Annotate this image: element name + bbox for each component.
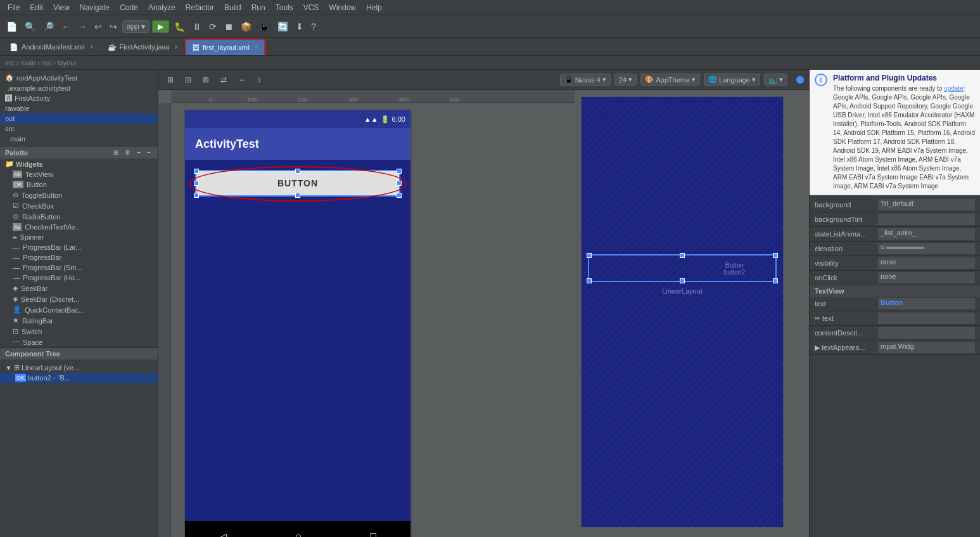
blueprint-view-btn[interactable]: ⊟: [181, 74, 195, 86]
menu-vcs[interactable]: VCS: [298, 3, 324, 12]
screen-icon: 📺: [768, 75, 777, 84]
palette-filter-btn[interactable]: −: [145, 148, 153, 157]
menu-code[interactable]: Code: [115, 3, 143, 12]
palette-switch[interactable]: ⊡ Switch: [0, 326, 158, 337]
sdk-manager-button[interactable]: 📦: [238, 20, 254, 33]
menu-tools[interactable]: Tools: [270, 3, 298, 12]
file-drawable[interactable]: rawable: [0, 103, 158, 113]
toolbar-back-button[interactable]: ←: [59, 20, 73, 33]
palette-textview[interactable]: Ab TextView: [0, 169, 158, 179]
orientation-btn[interactable]: ⇄: [217, 74, 231, 86]
prop-textappearance-value[interactable]: mpat.Widg: [878, 342, 975, 353]
app-config-dropdown[interactable]: app ▾: [122, 20, 150, 33]
tab-first-activity[interactable]: ☕ FirstActivity.java ×: [101, 39, 185, 55]
prop-text-edit-value[interactable]: [878, 313, 975, 324]
tab-android-manifest[interactable]: 📄 AndroidManifest.xml ×: [3, 39, 101, 55]
prop-visibility-value[interactable]: none: [878, 257, 975, 269]
padding-btn[interactable]: ↔: [234, 74, 250, 86]
device-dropdown[interactable]: 📱 Nexus 4 ▾: [560, 74, 611, 86]
menu-window[interactable]: Window: [324, 3, 361, 12]
gradle-sync-button[interactable]: ⟳: [207, 20, 219, 33]
palette-quickcontact[interactable]: 👤 QuickContactBac...: [0, 304, 158, 315]
palette-radiobutton[interactable]: ◎ RadioButton: [0, 211, 158, 222]
menu-navigate[interactable]: Navigate: [75, 3, 115, 12]
run-button[interactable]: ▶: [152, 20, 169, 33]
palette-progressbar-small[interactable]: — ProgressBar (Sm...: [0, 262, 158, 273]
palette-spinner[interactable]: ≡ Spinner: [0, 232, 158, 242]
tree-button2[interactable]: OK button2 - "B...: [0, 373, 158, 383]
prop-text-value[interactable]: Button: [878, 298, 975, 309]
home-nav-icon[interactable]: ○: [295, 531, 302, 537]
menu-view[interactable]: View: [48, 3, 75, 12]
file-example[interactable]: .example.activitytest: [0, 83, 158, 93]
stop-button[interactable]: ⏹: [222, 20, 236, 33]
palette-checkedtextview[interactable]: Av CheckedTextVie...: [0, 222, 158, 232]
toolbar-forward-button[interactable]: →: [75, 20, 89, 33]
menu-build[interactable]: Build: [219, 3, 246, 12]
linearlayout-second-label: LinearLayout: [662, 287, 703, 295]
palette-search-btn[interactable]: +: [135, 148, 143, 157]
notification-link[interactable]: update: [944, 85, 964, 92]
prop-onclick-value[interactable]: none: [878, 272, 975, 283]
back-nav-icon[interactable]: ◁: [219, 531, 227, 538]
file-main[interactable]: main: [0, 134, 158, 144]
menu-analyze[interactable]: Analyze: [143, 3, 181, 12]
attach-debugger-button[interactable]: ⏸: [190, 20, 204, 33]
palette-category-widgets[interactable]: 📁 Widgets: [0, 159, 158, 169]
prop-elevation-value[interactable]: ⌗: [878, 243, 975, 254]
language-dropdown[interactable]: 🌐 Language ▾: [704, 74, 760, 86]
palette-button[interactable]: OK Button: [0, 179, 158, 190]
palette-progressbar-large[interactable]: — ProgressBar (Lar...: [0, 242, 158, 252]
recents-nav-icon[interactable]: □: [370, 531, 376, 537]
palette-seekbar[interactable]: ◈ SeekBar: [0, 283, 158, 294]
project-root[interactable]: 🏠 roidApp\ActivityTest: [0, 72, 158, 83]
prop-contentdescri-value[interactable]: [878, 327, 975, 339]
phone-button[interactable]: BUTTON: [195, 170, 400, 197]
toolbar-open-button[interactable]: 🔍: [22, 20, 38, 33]
prop-backgroundtint-value[interactable]: [878, 214, 975, 225]
palette-expand-btn[interactable]: ⊞: [111, 148, 120, 157]
palette-ratingbar[interactable]: ★ RatingBar: [0, 315, 158, 326]
both-view-btn[interactable]: ⊠: [199, 74, 213, 86]
help-button[interactable]: ?: [309, 20, 319, 33]
design-view-btn[interactable]: ⊞: [163, 74, 177, 86]
tab-manifest-close[interactable]: ×: [90, 44, 94, 51]
file-first-activity[interactable]: 🅰 FirstActivity: [0, 93, 158, 103]
sync-button[interactable]: 🔄: [275, 20, 291, 33]
tab-activity-close[interactable]: ×: [174, 44, 178, 51]
debug-button[interactable]: 🐛: [172, 20, 188, 33]
palette-togglebutton[interactable]: ⊙ ToggleButton: [0, 190, 158, 200]
tab-layout-close[interactable]: ×: [254, 44, 258, 51]
download-button[interactable]: ⬇: [293, 20, 306, 33]
toolbar-redo-button[interactable]: ↪: [107, 20, 120, 33]
menu-help[interactable]: Help: [361, 3, 387, 12]
api-dropdown[interactable]: 24 ▾: [614, 74, 637, 86]
tab-first-layout[interactable]: 🖼 first_layout.xml ×: [185, 39, 265, 55]
toolbar-search-button[interactable]: 🔎: [41, 20, 56, 33]
menu-refactor[interactable]: Refactor: [181, 3, 219, 12]
toolbar-undo-button[interactable]: ↩: [92, 20, 105, 33]
resize-btn[interactable]: ↕: [253, 74, 265, 86]
palette-settings-btn[interactable]: ⚙: [123, 148, 132, 157]
elevation-slider[interactable]: [886, 247, 924, 249]
tree-linearlayout[interactable]: ▼ ⊞ LinearLayout (ve...: [0, 362, 158, 373]
screen-size-dropdown[interactable]: 📺 ▾: [764, 74, 787, 86]
file-src[interactable]: src: [0, 124, 158, 134]
breadcrumb-bar: src › main › res › layout: [0, 56, 980, 70]
prop-statelistanimator-value[interactable]: _list_anim_: [878, 228, 975, 240]
menu-file[interactable]: File: [3, 3, 25, 12]
palette-progressbar-horizontal[interactable]: — ProgressBar (Ho...: [0, 273, 158, 283]
file-out[interactable]: out: [0, 113, 158, 124]
avd-manager-button[interactable]: 📱: [257, 20, 272, 33]
palette-checkbox[interactable]: ☑ CheckBox: [0, 200, 158, 211]
menu-edit[interactable]: Edit: [25, 3, 48, 12]
palette-progressbar[interactable]: — ProgressBar: [0, 252, 158, 262]
toolbar-new-button[interactable]: 📄: [4, 20, 20, 33]
handle-mr: [397, 181, 402, 186]
theme-dropdown[interactable]: 🎨 AppTheme ▾: [640, 74, 700, 86]
menu-run[interactable]: Run: [246, 3, 270, 12]
palette-space[interactable]: ⋯ Space: [0, 337, 158, 347]
prop-background-value[interactable]: ?rI_default: [878, 199, 975, 210]
palette-seekbar-discrete[interactable]: ◈ SeekBar (Discret...: [0, 294, 158, 304]
togglebutton-label: ToggleButton: [22, 191, 62, 199]
